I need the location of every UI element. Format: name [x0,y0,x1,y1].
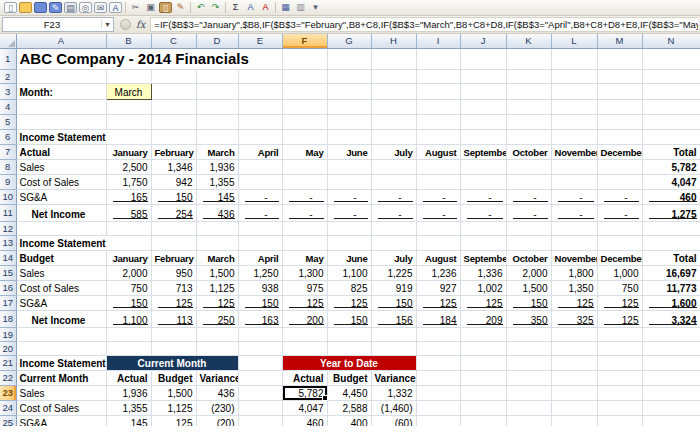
col-header-B[interactable]: B [106,34,151,48]
cell-K14[interactable]: October [506,250,551,265]
cell-F24[interactable]: 4,047 [282,400,327,415]
cell-L16[interactable]: 1,350 [551,280,597,295]
cell-I21[interactable] [416,355,460,370]
cell-L7[interactable]: November [551,144,597,159]
cell-H5[interactable] [371,114,416,129]
cell-K15[interactable]: 2,000 [506,265,551,280]
cell-J7[interactable]: September [460,144,506,159]
cell-C22[interactable]: Budget [151,370,196,385]
cell-G13[interactable] [327,235,371,250]
cell-J13[interactable] [460,235,506,250]
cell-L8[interactable] [551,159,597,174]
cell-N15[interactable]: 16,697 [642,265,700,280]
cell-I3[interactable] [416,83,460,99]
cut-icon[interactable]: ✂ [129,2,142,13]
cell-K25[interactable] [506,415,551,426]
cell-I4[interactable] [416,99,460,114]
cell-K17[interactable]: 150 [506,295,551,310]
cell-M3[interactable] [597,83,642,99]
cell-I1[interactable] [416,48,460,69]
col-header-F[interactable]: F [282,34,327,48]
cell-B16[interactable]: 750 [106,280,151,295]
row-header-15[interactable]: 15 [0,265,16,280]
cell-E15[interactable]: 1,250 [238,265,282,280]
cell-F17[interactable]: 125 [282,295,327,310]
cell-F15[interactable]: 1,300 [282,265,327,280]
cell-H13[interactable] [371,235,416,250]
cell-E8[interactable] [238,159,282,174]
col-header-J[interactable]: J [460,34,506,48]
cell-B10[interactable]: 165 [106,189,151,204]
cell-E25[interactable] [238,415,282,426]
cell-K18[interactable]: 350 [506,310,551,327]
cell-I25[interactable] [416,415,460,426]
cell-G3[interactable] [327,83,371,99]
paste-icon[interactable]: ▯ [159,2,172,13]
cell-J21[interactable] [460,355,506,370]
cell-B9[interactable]: 1,750 [106,174,151,189]
cell-E11[interactable]: - [238,204,282,221]
cell-E12[interactable] [238,221,282,235]
cell-C13[interactable] [151,235,196,250]
cell-G16[interactable]: 825 [327,280,371,295]
cell-E13[interactable] [238,235,282,250]
cell-M15[interactable]: 1,000 [597,265,642,280]
col-header-I[interactable]: I [416,34,460,48]
cell-K1[interactable] [506,48,551,69]
cell-A22[interactable]: Current Month [16,370,106,385]
cell-E21[interactable] [238,355,282,370]
name-box-dropdown-icon[interactable]: ▾ [101,20,113,29]
cell-H19[interactable] [371,327,416,341]
cell-M6[interactable] [597,129,642,144]
cell-L5[interactable] [551,114,597,129]
cell-N25[interactable] [642,415,700,426]
cell-F19[interactable] [282,327,327,341]
cell-A17[interactable]: SG&A [16,295,106,310]
row-header-20[interactable]: 20 [0,341,16,355]
cell-N7[interactable]: Total [642,144,700,159]
cell-G6[interactable] [327,129,371,144]
cell-H4[interactable] [371,99,416,114]
cell-E24[interactable] [238,400,282,415]
cell-K20[interactable] [506,341,551,355]
cell-F1[interactable] [282,48,327,69]
cell-F18[interactable]: 200 [282,310,327,327]
cell-N8[interactable]: 5,782 [642,159,700,174]
cell-A18[interactable]: Net Income [16,310,106,327]
cell-K23[interactable] [506,385,551,400]
col-header-A[interactable]: A [16,34,106,48]
cell-H25[interactable]: (60) [371,415,416,426]
cell-D3[interactable] [196,83,238,99]
cell-B7[interactable]: January [106,144,151,159]
cell-J20[interactable] [460,341,506,355]
cell-D2[interactable] [196,69,238,83]
autosum-icon[interactable]: Σ [229,2,242,13]
cell-F2[interactable] [282,69,327,83]
redo-icon[interactable]: ↷ [209,2,222,13]
cell-A14[interactable]: Budget [16,250,106,265]
cell-I15[interactable]: 1,236 [416,265,460,280]
cell-F5[interactable] [282,114,327,129]
cell-F7[interactable]: May [282,144,327,159]
cell-J9[interactable] [460,174,506,189]
cell-M23[interactable] [597,385,642,400]
cell-N9[interactable]: 4,047 [642,174,700,189]
cell-I11[interactable]: - [416,204,460,221]
cell-J18[interactable]: 209 [460,310,506,327]
cell-G2[interactable] [327,69,371,83]
cell-H24[interactable]: (1,460) [371,400,416,415]
col-header-G[interactable]: G [327,34,371,48]
row-header-23[interactable]: 23 [0,385,16,400]
cell-K24[interactable] [506,400,551,415]
cell-N1[interactable] [642,48,700,69]
cell-D19[interactable] [196,327,238,341]
cell-L25[interactable] [551,415,597,426]
cell-K22[interactable] [506,370,551,385]
cell-C24[interactable]: 1,125 [151,400,196,415]
cell-K10[interactable]: - [506,189,551,204]
cell-B24[interactable]: 1,355 [106,400,151,415]
cell-D16[interactable]: 1,125 [196,280,238,295]
cell-K6[interactable] [506,129,551,144]
row-header-5[interactable]: 5 [0,114,16,129]
cell-E19[interactable] [238,327,282,341]
